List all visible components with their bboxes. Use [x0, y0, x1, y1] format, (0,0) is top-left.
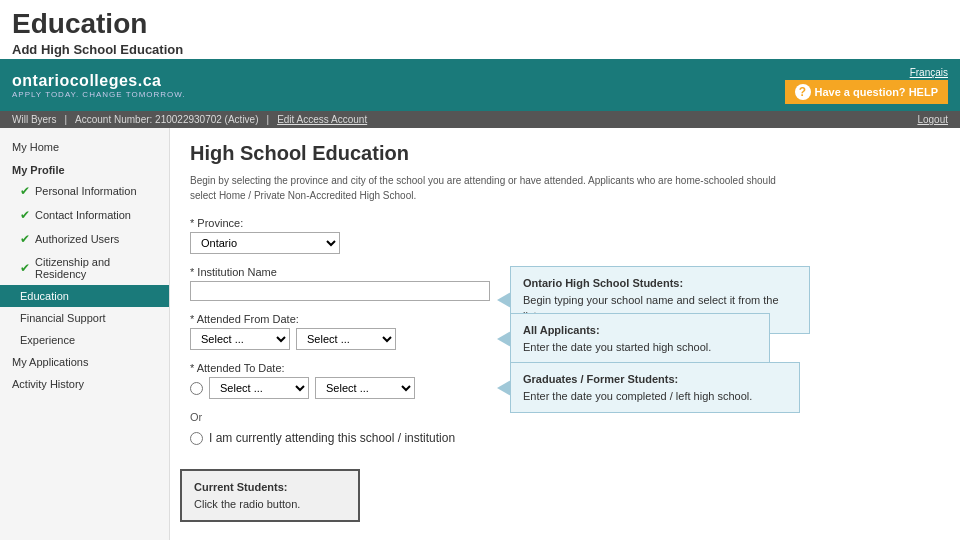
page-wrapper: Education Add High School Education onta…	[0, 0, 960, 540]
attended-to-row: * Attended To Date: Select ... Select ..…	[190, 362, 940, 399]
check-icon-citizenship: ✔	[20, 261, 30, 275]
main-content: My Home My Profile ✔ Personal Informatio…	[0, 128, 960, 540]
tooltip-arrow-from	[497, 331, 511, 347]
to-year-select[interactable]: Select ...	[315, 377, 415, 399]
currently-attending-row: I am currently attending this school / i…	[190, 431, 940, 445]
currently-attending-radio[interactable]	[190, 432, 203, 445]
to-month-select[interactable]: Select ...	[209, 377, 309, 399]
help-label: Have a question? HELP	[815, 86, 938, 98]
check-icon-authorized: ✔	[20, 232, 30, 246]
user-name: Will Byers	[12, 114, 56, 125]
province-select[interactable]: Ontario	[190, 232, 340, 254]
page-title: Education	[12, 8, 948, 40]
logout-link[interactable]: Logout	[917, 114, 948, 125]
sidebar-item-personal-info[interactable]: ✔ Personal Information	[0, 179, 169, 203]
from-year-select[interactable]: Select ...	[296, 328, 396, 350]
attended-to-radio[interactable]	[190, 382, 203, 395]
francais-link[interactable]: Français	[910, 67, 948, 78]
currently-attending-label: I am currently attending this school / i…	[209, 431, 455, 445]
to-date-tooltip-body: Enter the date you completed / left high…	[523, 390, 752, 402]
tooltip-arrow-institution	[497, 292, 511, 308]
from-date-tooltip: All Applicants: Enter the date you start…	[510, 313, 770, 364]
logo-text: ontariocolleges.ca	[12, 72, 186, 90]
content-area: High School Education Begin by selecting…	[170, 128, 960, 540]
sidebar-item-financial[interactable]: Financial Support	[0, 307, 169, 329]
sidebar: My Home My Profile ✔ Personal Informatio…	[0, 128, 170, 540]
my-profile-label: My Profile	[12, 164, 65, 176]
contact-info-label: Contact Information	[35, 209, 131, 221]
separator: |	[64, 114, 67, 125]
sidebar-item-my-home[interactable]: My Home	[0, 136, 169, 158]
activity-history-label: Activity History	[12, 378, 84, 390]
attended-from-row: * Attended From Date: Select ... Select …	[190, 313, 940, 350]
current-students-callout: Current Students: Click the radio button…	[180, 469, 360, 522]
sidebar-section-profile: My Profile	[0, 158, 169, 179]
teal-header: ontariocolleges.ca APPLY TODAY. CHANGE T…	[0, 59, 960, 111]
sidebar-item-contact-info[interactable]: ✔ Contact Information	[0, 203, 169, 227]
province-row: * Province: Ontario	[190, 217, 940, 254]
page-subtitle: Add High School Education	[12, 42, 948, 57]
tooltip-arrow-to	[497, 380, 511, 396]
sidebar-item-authorized-users[interactable]: ✔ Authorized Users	[0, 227, 169, 251]
question-icon: ?	[795, 84, 811, 100]
from-date-tooltip-title: All Applicants:	[523, 324, 600, 336]
institution-tooltip-title: Ontario High School Students:	[523, 277, 683, 289]
account-number: Account Number: 210022930702 (Active)	[75, 114, 258, 125]
institution-row: * Institution Name Ontario High School S…	[190, 266, 940, 301]
logo-sub: APPLY TODAY. CHANGE TOMORROW.	[12, 90, 186, 99]
account-info: Will Byers | Account Number: 21002293070…	[12, 114, 367, 125]
sidebar-item-experience[interactable]: Experience	[0, 329, 169, 351]
experience-label: Experience	[20, 334, 75, 346]
content-heading: High School Education	[190, 142, 940, 165]
my-home-label: My Home	[12, 141, 59, 153]
institution-input[interactable]	[190, 281, 490, 301]
right-area: Français ? Have a question? HELP	[785, 67, 948, 104]
help-button[interactable]: ? Have a question? HELP	[785, 80, 948, 104]
education-label: Education	[20, 290, 69, 302]
to-date-tooltip: Graduates / Former Students: Enter the d…	[510, 362, 800, 413]
check-icon-personal: ✔	[20, 184, 30, 198]
sidebar-item-citizenship[interactable]: ✔ Citizenship and Residency	[0, 251, 169, 285]
province-label: * Province:	[190, 217, 940, 229]
sidebar-item-education[interactable]: Education	[0, 285, 169, 307]
logo-area: ontariocolleges.ca APPLY TODAY. CHANGE T…	[12, 72, 186, 99]
current-students-body: Click the radio button.	[194, 498, 300, 510]
edit-access-link[interactable]: Edit Access Account	[277, 114, 367, 125]
authorized-users-label: Authorized Users	[35, 233, 119, 245]
my-applications-label: My Applications	[12, 356, 88, 368]
sidebar-item-my-applications[interactable]: My Applications	[0, 351, 169, 373]
separator2: |	[267, 114, 270, 125]
from-date-tooltip-body: Enter the date you started high school.	[523, 341, 711, 353]
from-month-select[interactable]: Select ...	[190, 328, 290, 350]
personal-info-label: Personal Information	[35, 185, 137, 197]
instructions-text: Begin by selecting the province and city…	[190, 173, 790, 203]
citizenship-label: Citizenship and Residency	[35, 256, 157, 280]
sidebar-item-activity-history[interactable]: Activity History	[0, 373, 169, 395]
title-area: Education Add High School Education	[0, 0, 960, 59]
check-icon-contact: ✔	[20, 208, 30, 222]
to-date-tooltip-title: Graduates / Former Students:	[523, 373, 678, 385]
current-students-title: Current Students:	[194, 481, 288, 493]
account-bar: Will Byers | Account Number: 21002293070…	[0, 111, 960, 128]
financial-label: Financial Support	[20, 312, 106, 324]
